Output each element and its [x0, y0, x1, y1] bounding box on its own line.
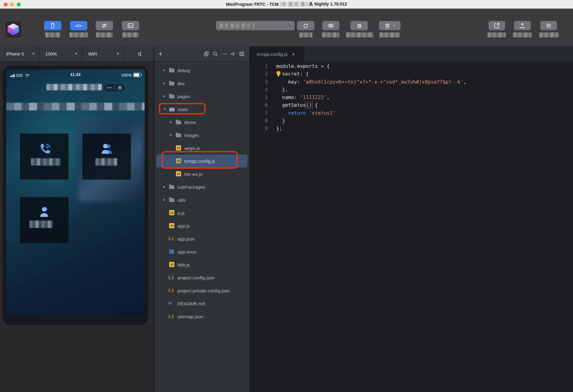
sort-indent-icon[interactable] — [230, 51, 236, 57]
capsule-more-button[interactable] — [104, 84, 114, 92]
code-editor[interactable]: 1 module.exports = { 2 secret: { 3 key: … — [250, 62, 573, 392]
panel-divider[interactable] — [154, 46, 154, 392]
tree-row[interactable]: project.private.config.json — [156, 284, 247, 297]
file-label: README.md — [177, 301, 205, 306]
console-button[interactable] — [122, 21, 139, 30]
panel-divider[interactable] — [250, 46, 250, 392]
code-line[interactable]: 2 secret: { — [250, 70, 573, 78]
minimize-window-button[interactable] — [10, 2, 14, 6]
chevron-icon[interactable] — [170, 134, 176, 136]
tab-tcmpp-config[interactable]: tcmpp.config.js × — [250, 46, 305, 62]
tree-row[interactable]: app.js — [156, 219, 247, 232]
phone-screen[interactable]: IDE 11:22 100% — [6, 69, 145, 315]
toggle-editor-button[interactable]: </> — [70, 21, 87, 30]
file-icon — [169, 249, 175, 254]
chevron-icon[interactable] — [164, 199, 169, 201]
code-line[interactable]: 6 getSatus() { — [250, 101, 573, 109]
tree-row[interactable]: bbb.js — [156, 258, 247, 271]
blurred-banner — [6, 103, 145, 110]
collapse-panel-icon[interactable] — [239, 51, 245, 57]
search-icon[interactable] — [212, 51, 218, 57]
menu-button[interactable] — [540, 21, 557, 30]
blurred-button-label — [69, 32, 88, 37]
chevron-icon[interactable] — [164, 186, 169, 188]
blurred-button-label — [122, 32, 139, 37]
chevron-icon[interactable] — [164, 109, 169, 110]
blurred-button-label — [513, 32, 532, 37]
simulator-panel: IDE 11:22 100% — [0, 62, 154, 392]
chevron-icon[interactable] — [164, 69, 169, 72]
voice-call-tile[interactable] — [20, 134, 69, 179]
chevron-down-icon — [289, 25, 291, 27]
tree-row[interactable]: sitemap.json — [156, 310, 247, 323]
file-label: project.config.json — [177, 275, 215, 280]
tree-row[interactable]: subPackages — [156, 180, 247, 193]
group-call-tile[interactable] — [82, 134, 131, 179]
file-icon — [176, 119, 182, 125]
tree-row[interactable]: tcmpp.config.js — [156, 155, 247, 167]
mute-toggle[interactable] — [124, 46, 154, 61]
toggle-simulator-button[interactable] — [44, 21, 61, 30]
tree-row[interactable]: aegis.js — [156, 142, 247, 155]
settings-button[interactable] — [96, 21, 113, 30]
new-file-button[interactable]: + — [159, 50, 163, 58]
sliders-icon — [101, 22, 108, 29]
code-line[interactable]: 9 }; — [250, 125, 573, 132]
zoom-window-button[interactable] — [17, 2, 21, 6]
tree-row[interactable]: debug — [156, 64, 247, 77]
blurred-page-title — [46, 84, 102, 90]
tree-row[interactable]: trtc-wx.js — [156, 167, 247, 180]
debug-button[interactable] — [351, 21, 368, 30]
compile-mode-dropdown[interactable] — [216, 21, 295, 30]
tree-row[interactable]: pages — [156, 90, 247, 103]
titlebar: MiniProgram-TRTC - TCM 具 Nightly 1.70.51… — [0, 0, 573, 9]
tree-row[interactable]: utils — [156, 193, 247, 206]
clear-cache-button[interactable] — [379, 21, 401, 30]
more-options-icon[interactable]: ⋯ — [221, 52, 227, 56]
capsule-close-button[interactable] — [115, 84, 126, 92]
chevron-icon[interactable] — [164, 82, 169, 85]
tree-row[interactable]: README.md — [156, 297, 247, 310]
blurred-tile-label — [29, 221, 53, 228]
line-number: 1 — [250, 62, 268, 70]
file-icon — [176, 132, 182, 138]
tree-row[interactable]: app.json — [156, 232, 247, 245]
upload-button[interactable] — [514, 21, 531, 30]
chevron-icon[interactable] — [164, 95, 169, 97]
file-icon — [176, 158, 182, 164]
toolbar: </> — [0, 9, 573, 46]
zoom-selector[interactable]: 100% — [39, 46, 82, 61]
chevron-down-icon — [393, 25, 396, 27]
tree-row[interactable]: static — [156, 103, 247, 116]
battery-percent-label: 100% — [121, 73, 132, 77]
file-label: static — [177, 107, 188, 112]
single-call-tile[interactable] — [20, 197, 69, 243]
file-label: bbb.js — [177, 262, 190, 267]
file-label: debug — [177, 68, 190, 73]
tree-row[interactable]: a.js — [156, 206, 247, 219]
code-line[interactable]: 3 key: 'a9hs6l1cpyv6+=tnj^x7+*-x-+^xxd*_… — [250, 78, 573, 86]
network-selector[interactable]: WiFi — [82, 46, 124, 61]
copy-file-icon[interactable] — [203, 51, 209, 57]
code-line[interactable]: 5 name: '1111222', — [250, 93, 573, 101]
compile-button[interactable] — [297, 21, 314, 30]
code-line[interactable]: 7 return 'status1' — [250, 109, 573, 117]
tree-row[interactable]: doc — [156, 77, 247, 90]
device-selector[interactable]: iPhone 5 — [0, 46, 39, 61]
preview-button[interactable] — [488, 21, 505, 30]
code-line[interactable]: 8 } — [250, 117, 573, 125]
tree-row[interactable]: demo — [156, 116, 247, 129]
file-icon — [169, 288, 175, 293]
window-controls — [4, 0, 21, 9]
chevron-icon[interactable] — [170, 121, 176, 123]
close-tab-icon[interactable]: × — [292, 52, 295, 57]
lightbulb-icon[interactable] — [276, 71, 281, 76]
tree-row[interactable]: project.config.json — [156, 271, 247, 284]
preview-inspect-button[interactable] — [322, 21, 339, 30]
code-line[interactable]: 4 }, — [250, 86, 573, 93]
file-label: app.wxss — [177, 249, 197, 254]
code-line[interactable]: 1 module.exports = { — [250, 62, 573, 70]
tree-row[interactable]: images — [156, 129, 247, 142]
tree-row[interactable]: app.wxss — [156, 245, 247, 258]
close-window-button[interactable] — [4, 2, 8, 6]
